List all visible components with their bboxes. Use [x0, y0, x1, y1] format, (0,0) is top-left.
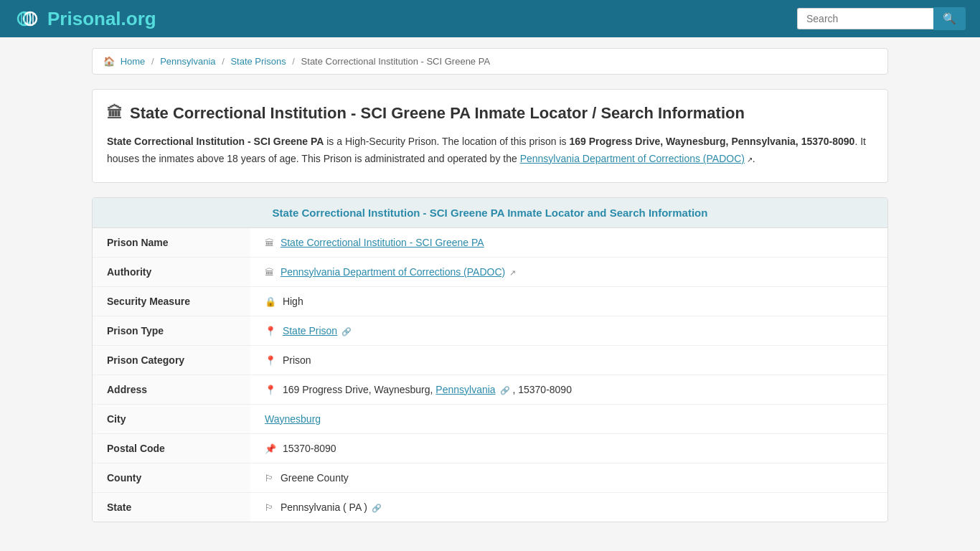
postal-cell-icon: 📌 [265, 443, 276, 454]
prison-type-ext-icon: 🔗 [341, 327, 352, 336]
address-cell-icon: 📍 [265, 385, 276, 395]
prison-type-link[interactable]: State Prison [283, 325, 337, 336]
main-container: 🏠 Home / Pennsylvania / State Prisons / … [81, 37, 899, 533]
label-state: State [93, 492, 250, 522]
table-row: Prison Type 📍 State Prison 🔗 [93, 316, 887, 345]
table-row: County 🏳 Greene County [93, 463, 887, 492]
breadcrumb-state-prisons-link[interactable]: State Prisons [230, 56, 286, 67]
breadcrumb-current: State Correctional Institution - SCI Gre… [301, 56, 491, 67]
address-state-link[interactable]: Pennsylvania [435, 384, 495, 395]
authority-ext-icon: ↗ [509, 268, 516, 277]
page-title-area: 🏛 State Correctional Institution - SCI G… [92, 89, 888, 183]
prison-name-link[interactable]: State Correctional Institution - SCI Gre… [281, 237, 484, 248]
logo-main: Prisonal [47, 8, 121, 29]
breadcrumb-sep-1: / [151, 56, 154, 67]
authority-value-link[interactable]: Pennsylvania Department of Corrections (… [281, 266, 505, 278]
location-cell-icon: 📍 [265, 326, 276, 336]
value-address: 📍 169 Progress Drive, Waynesburg, Pennsy… [250, 375, 887, 404]
label-city: City [93, 404, 250, 433]
prison-title-icon: 🏛 [107, 104, 123, 123]
value-county: 🏳 Greene County [250, 463, 887, 492]
breadcrumb-sep-3: / [292, 56, 295, 67]
search-input[interactable] [797, 8, 933, 29]
authority-cell-icon: 🏛 [265, 267, 274, 278]
value-city: Waynesburg [250, 404, 887, 433]
table-row: Authority 🏛 Pennsylvania Department of C… [93, 257, 887, 286]
value-authority: 🏛 Pennsylvania Department of Corrections… [250, 257, 887, 286]
logo-icon [14, 6, 40, 32]
search-icon: 🔍 [943, 12, 956, 24]
table-row: Prison Category 📍 Prison [93, 345, 887, 375]
breadcrumb-sep-2: / [222, 56, 225, 67]
value-security: 🔒 High [250, 286, 887, 316]
label-authority: Authority [93, 257, 250, 286]
table-row: Prison Name 🏛 State Correctional Institu… [93, 228, 887, 258]
value-prison-type: 📍 State Prison 🔗 [250, 316, 887, 345]
label-prison-name: Prison Name [93, 228, 250, 258]
address-bold: 169 Progress Drive, Waynesburg, Pennsylv… [569, 136, 854, 147]
search-area: 🔍 [797, 7, 966, 30]
info-table: Prison Name 🏛 State Correctional Institu… [93, 228, 887, 522]
prison-cell-icon: 🏛 [265, 237, 274, 248]
value-postal-code: 📌 15370-8090 [250, 433, 887, 463]
table-row: State 🏳 Pennsylvania ( PA ) 🔗 [93, 492, 887, 522]
label-address: Address [93, 375, 250, 404]
lock-cell-icon: 🔒 [265, 296, 276, 307]
authority-link[interactable]: Pennsylvania Department of Corrections (… [520, 153, 745, 164]
city-link[interactable]: Waynesburg [265, 413, 321, 425]
label-postal-code: Postal Code [93, 433, 250, 463]
info-section: State Correctional Institution - SCI Gre… [92, 197, 888, 522]
table-row: Postal Code 📌 15370-8090 [93, 433, 887, 463]
home-icon: 🏠 [103, 56, 115, 67]
header: Prisonal.org 🔍 [0, 0, 980, 37]
breadcrumb-pennsylvania-link[interactable]: Pennsylvania [160, 56, 215, 67]
category-cell-icon: 📍 [265, 355, 276, 366]
table-row: Security Measure 🔒 High [93, 286, 887, 316]
state-ext-icon: 🔗 [372, 504, 382, 512]
label-county: County [93, 463, 250, 492]
label-security: Security Measure [93, 286, 250, 316]
info-section-header: State Correctional Institution - SCI Gre… [93, 198, 887, 228]
value-state: 🏳 Pennsylvania ( PA ) 🔗 [250, 492, 887, 522]
table-row: Address 📍 169 Progress Drive, Waynesburg… [93, 375, 887, 404]
address-state-ext-icon: 🔗 [500, 386, 510, 395]
county-cell-icon: 🏳 [265, 473, 274, 484]
state-cell-icon: 🏳 [265, 502, 274, 513]
label-prison-category: Prison Category [93, 345, 250, 375]
logo-area: Prisonal.org [14, 6, 156, 32]
logo-text: Prisonal.org [47, 8, 156, 30]
prison-name-bold: State Correctional Institution - SCI Gre… [107, 136, 324, 147]
ext-link-icon: ↗ [745, 156, 753, 164]
logo-accent: .org [121, 8, 156, 29]
page-title: 🏛 State Correctional Institution - SCI G… [107, 104, 873, 123]
description-text: State Correctional Institution - SCI Gre… [107, 133, 873, 168]
value-prison-name: 🏛 State Correctional Institution - SCI G… [250, 228, 887, 258]
breadcrumb: 🏠 Home / Pennsylvania / State Prisons / … [92, 48, 888, 75]
breadcrumb-home-link[interactable]: Home [121, 56, 146, 67]
search-button[interactable]: 🔍 [933, 7, 966, 30]
table-row: City Waynesburg [93, 404, 887, 433]
label-prison-type: Prison Type [93, 316, 250, 345]
value-prison-category: 📍 Prison [250, 345, 887, 375]
